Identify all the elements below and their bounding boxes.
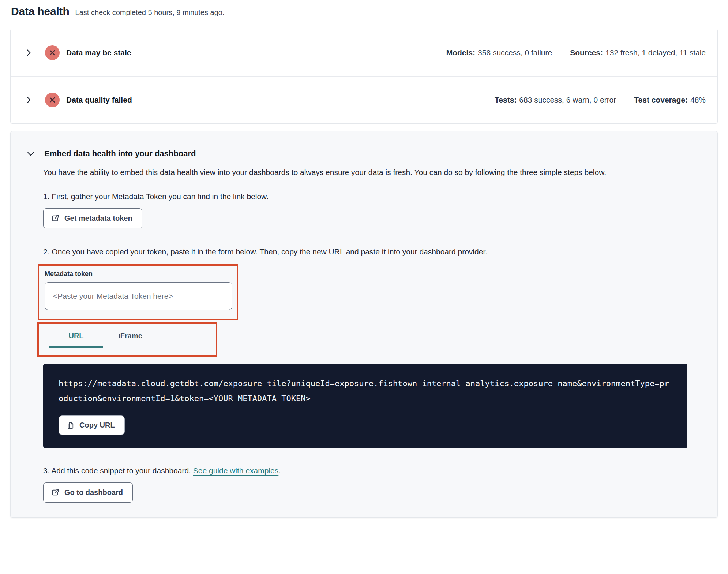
stat-divider bbox=[561, 45, 561, 61]
last-check-status: Last check completed 5 hours, 9 minutes … bbox=[75, 8, 225, 17]
step-3-text: 3. Add this code snippet to your dashboa… bbox=[43, 466, 687, 475]
get-metadata-token-button[interactable]: Get metadata token bbox=[43, 208, 142, 228]
embed-section-body: You have the ability to embed this data … bbox=[43, 165, 687, 503]
metadata-token-input[interactable] bbox=[45, 282, 232, 310]
status-card: Data may be stale Models:358 success, 0 … bbox=[10, 29, 718, 124]
error-icon bbox=[45, 93, 60, 107]
go-to-dashboard-button[interactable]: Go to dashboard bbox=[43, 482, 133, 503]
tests-stat: Tests:683 success, 6 warn, 0 error bbox=[495, 96, 616, 104]
test-coverage-stat: Test coverage:48% bbox=[634, 96, 706, 104]
sources-stat: Sources:132 fresh, 1 delayed, 11 stale bbox=[570, 48, 706, 57]
embed-section-heading: Embed data health into your dashboard bbox=[44, 149, 196, 159]
page-header: Data health Last check completed 5 hours… bbox=[10, 5, 718, 18]
status-row-title: Data may be stale bbox=[66, 48, 131, 57]
guide-examples-link[interactable]: See guide with examples bbox=[193, 466, 278, 475]
status-row-title: Data quality failed bbox=[66, 96, 132, 104]
embed-description: You have the ability to embed this data … bbox=[43, 165, 672, 180]
copy-url-button[interactable]: Copy URL bbox=[59, 415, 125, 435]
chevron-down-icon[interactable] bbox=[25, 148, 36, 159]
step-1-text: 1. First, gather your Metadata Token you… bbox=[43, 192, 687, 201]
chevron-right-icon[interactable] bbox=[22, 46, 35, 59]
embed-url-text: https://metadata.cloud.getdbt.com/exposu… bbox=[59, 376, 673, 406]
tab-list: URL iFrame bbox=[43, 327, 687, 347]
status-row-data-quality[interactable]: Data quality failed Tests:683 success, 6… bbox=[11, 76, 717, 123]
tab-iframe[interactable]: iFrame bbox=[103, 327, 157, 347]
stat-divider bbox=[625, 92, 625, 108]
embed-url-code-block: https://metadata.cloud.getdbt.com/exposu… bbox=[43, 364, 687, 448]
tab-url[interactable]: URL bbox=[49, 327, 103, 347]
chevron-right-icon[interactable] bbox=[22, 94, 35, 106]
copy-icon bbox=[66, 421, 74, 429]
step-2-text: 2. Once you have copied your token, past… bbox=[43, 247, 687, 256]
status-row-stats: Models:358 success, 0 failure Sources:13… bbox=[446, 45, 706, 61]
embed-section-card: Embed data health into your dashboard Yo… bbox=[10, 131, 718, 518]
external-link-icon bbox=[51, 214, 59, 223]
metadata-token-label: Metadata token bbox=[45, 270, 231, 278]
embed-output-tabs: URL iFrame bbox=[43, 322, 687, 357]
status-row-stats: Tests:683 success, 6 warn, 0 error Test … bbox=[495, 92, 706, 108]
page-title: Data health bbox=[11, 5, 70, 18]
status-row-data-stale[interactable]: Data may be stale Models:358 success, 0 … bbox=[11, 29, 717, 76]
error-icon bbox=[45, 45, 60, 60]
models-stat: Models:358 success, 0 failure bbox=[446, 48, 552, 57]
token-field-annotation-box: Metadata token bbox=[38, 264, 238, 320]
embed-section-header[interactable]: Embed data health into your dashboard bbox=[25, 148, 687, 159]
external-link-icon bbox=[51, 488, 59, 497]
data-health-page: Data health Last check completed 5 hours… bbox=[0, 0, 728, 525]
